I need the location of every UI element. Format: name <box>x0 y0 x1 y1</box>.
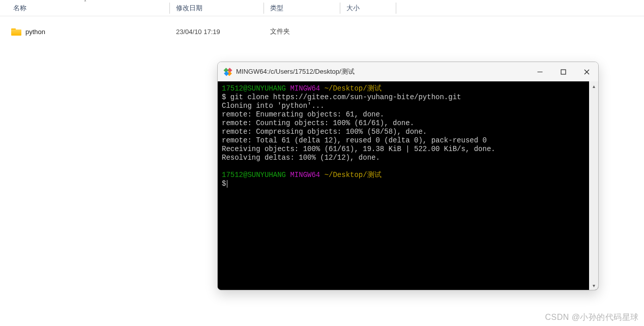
column-name-label: 名称 <box>13 4 26 12</box>
watermark: CSDN @小孙的代码星球 <box>545 312 639 323</box>
window-titlebar[interactable]: MINGW64:/c/Users/17512/Desktop/测试 <box>218 62 598 81</box>
scrollbar[interactable]: ▴ ▾ <box>589 81 598 290</box>
svg-rect-1 <box>561 70 566 74</box>
explorer-column-header: 名称 ˄ 修改日期 类型 大小 <box>0 0 644 16</box>
column-size-label: 大小 <box>346 4 360 12</box>
window-title: MINGW64:/c/Users/17512/Desktop/测试 <box>236 67 355 76</box>
file-date-cell: 23/04/10 17:19 <box>170 28 264 36</box>
command-line: $ git clone https://gitee.com/sun-yuhang… <box>222 93 461 101</box>
minimize-button[interactable] <box>528 62 551 81</box>
prompt-symbol: $ <box>222 180 226 188</box>
cursor-icon <box>227 180 227 188</box>
prompt-line: 17512@SUNYUHANG MINGW64 ~/Desktop/测试 <box>222 84 382 93</box>
prompt-user: 17512@SUNYUHANG <box>222 84 286 93</box>
maximize-button[interactable] <box>551 62 575 81</box>
terminal-window: MINGW64:/c/Users/17512/Desktop/测试 17512@… <box>217 62 599 290</box>
output-line: remote: Counting objects: 100% (61/61), … <box>222 119 414 127</box>
terminal-body[interactable]: 17512@SUNYUHANG MINGW64 ~/Desktop/测试 $ g… <box>218 81 589 290</box>
app-icon <box>222 66 234 78</box>
file-name-cell: python <box>0 27 170 36</box>
column-header-name[interactable]: 名称 ˄ <box>0 1 170 16</box>
scroll-down-icon[interactable]: ▾ <box>589 281 598 290</box>
file-name-text: python <box>25 28 45 36</box>
terminal-body-wrap: 17512@SUNYUHANG MINGW64 ~/Desktop/测试 $ g… <box>218 81 598 290</box>
column-header-date[interactable]: 修改日期 <box>170 1 264 16</box>
folder-icon <box>11 27 21 36</box>
prompt-path: ~/Desktop/测试 <box>325 84 382 93</box>
scroll-up-icon[interactable]: ▴ <box>589 81 598 91</box>
column-type-label: 类型 <box>270 4 283 12</box>
prompt-user: 17512@SUNYUHANG <box>222 171 286 179</box>
column-header-size[interactable]: 大小 <box>340 1 396 16</box>
column-header-type[interactable]: 类型 <box>264 1 340 16</box>
prompt-env: MINGW64 <box>290 84 320 93</box>
sort-ascending-icon: ˄ <box>84 0 86 5</box>
prompt-path: ~/Desktop/测试 <box>325 171 382 179</box>
output-line: Resolving deltas: 100% (12/12), done. <box>222 154 380 162</box>
file-type-cell: 文件夹 <box>264 27 340 36</box>
output-line: remote: Compressing objects: 100% (58/58… <box>222 128 427 136</box>
column-separator <box>396 3 396 14</box>
prompt-env: MINGW64 <box>290 171 320 179</box>
output-line: Cloning into 'python'... <box>222 102 325 110</box>
output-line: Receiving objects: 100% (61/61), 19.38 K… <box>222 145 495 153</box>
file-row[interactable]: python 23/04/10 17:19 文件夹 <box>0 22 644 41</box>
output-line: remote: Enumerating objects: 61, done. <box>222 110 384 118</box>
prompt-line: 17512@SUNYUHANG MINGW64 ~/Desktop/测试 <box>222 171 382 179</box>
terminal-content: 17512@SUNYUHANG MINGW64 ~/Desktop/测试 $ g… <box>222 84 585 188</box>
close-button[interactable] <box>575 62 598 81</box>
output-line: remote: Total 61 (delta 12), reused 0 (d… <box>222 136 487 144</box>
column-date-label: 修改日期 <box>176 4 202 12</box>
